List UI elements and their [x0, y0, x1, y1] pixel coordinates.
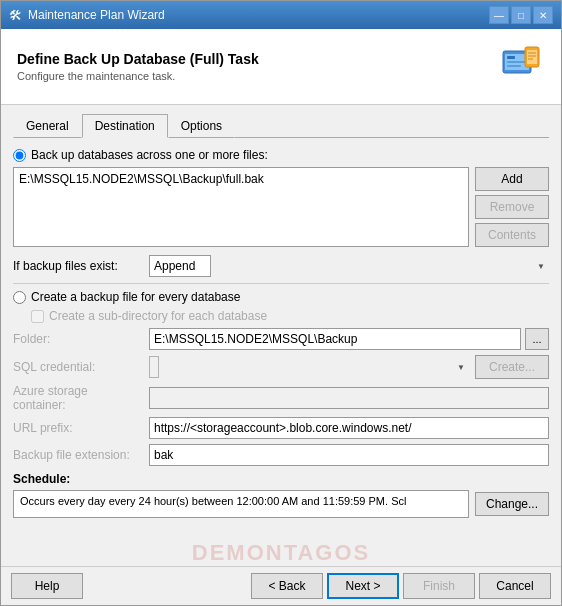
finish-button[interactable]: Finish — [403, 573, 475, 599]
schedule-box: Occurs every day every 24 hour(s) betwee… — [13, 490, 549, 518]
if-backup-select-wrapper: Append Overwrite — [149, 255, 549, 277]
file-list: E:\MSSQL15.NODE2\MSSQL\Backup\full.bak — [13, 167, 469, 247]
radio-files[interactable] — [13, 149, 26, 162]
folder-input-area: ... — [149, 328, 549, 350]
remove-button[interactable]: Remove — [475, 195, 549, 219]
cancel-button[interactable]: Cancel — [479, 573, 551, 599]
if-backup-label: If backup files exist: — [13, 259, 143, 273]
file-btn-group: Add Remove Contents — [475, 167, 549, 247]
azure-storage-label: Azure storage container: — [13, 384, 143, 412]
tab-bar: General Destination Options — [13, 113, 549, 138]
header-icon — [495, 41, 545, 92]
sql-credential-label: SQL credential: — [13, 360, 143, 374]
help-button[interactable]: Help — [11, 573, 83, 599]
footer-right: < Back Next > Finish Cancel — [251, 573, 551, 599]
file-list-area: E:\MSSQL15.NODE2\MSSQL\Backup\full.bak A… — [13, 167, 549, 247]
sql-credential-select[interactable] — [149, 356, 159, 378]
tab-destination[interactable]: Destination — [82, 114, 168, 138]
radio-every-db-label: Create a backup file for every database — [31, 290, 240, 304]
title-bar: 🛠 Maintenance Plan Wizard — □ ✕ — [1, 1, 561, 29]
sql-credential-select-wrapper — [149, 356, 469, 378]
header-text: Define Back Up Database (Full) Task Conf… — [17, 51, 259, 82]
schedule-text: Occurs every day every 24 hour(s) betwee… — [13, 490, 469, 518]
main-window: 🛠 Maintenance Plan Wizard — □ ✕ Define B… — [0, 0, 562, 606]
page-subtitle: Configure the maintenance task. — [17, 70, 259, 82]
azure-storage-row: Azure storage container: — [13, 384, 549, 412]
folder-browse-button[interactable]: ... — [525, 328, 549, 350]
close-button[interactable]: ✕ — [533, 6, 553, 24]
backup-ext-input[interactable] — [149, 444, 549, 466]
schedule-section: Schedule: Occurs every day every 24 hour… — [13, 472, 549, 518]
backup-ext-row: Backup file extension: — [13, 444, 549, 466]
folder-input[interactable] — [149, 328, 521, 350]
title-bar-left: 🛠 Maintenance Plan Wizard — [9, 8, 165, 23]
next-button[interactable]: Next > — [327, 573, 399, 599]
tab-general[interactable]: General — [13, 114, 82, 138]
radio-files-row: Back up databases across one or more fil… — [13, 148, 549, 162]
url-prefix-label: URL prefix: — [13, 421, 143, 435]
footer: Help < Back Next > Finish Cancel — [1, 566, 561, 605]
back-button[interactable]: < Back — [251, 573, 323, 599]
radio-every-db[interactable] — [13, 291, 26, 304]
subdirectory-checkbox[interactable] — [31, 310, 44, 323]
add-button[interactable]: Add — [475, 167, 549, 191]
title-text: Maintenance Plan Wizard — [28, 8, 165, 22]
minimize-button[interactable]: — — [489, 6, 509, 24]
separator-1 — [13, 283, 549, 284]
page-title: Define Back Up Database (Full) Task — [17, 51, 259, 67]
subdirectory-label: Create a sub-directory for each database — [49, 309, 267, 323]
svg-rect-6 — [527, 50, 537, 64]
header-section: Define Back Up Database (Full) Task Conf… — [1, 29, 561, 105]
svg-rect-2 — [507, 56, 515, 59]
folder-label: Folder: — [13, 332, 143, 346]
title-buttons: — □ ✕ — [489, 6, 553, 24]
svg-rect-4 — [507, 65, 521, 67]
radio-every-db-row: Create a backup file for every database — [13, 290, 549, 304]
folder-row: Folder: ... — [13, 328, 549, 350]
create-button[interactable]: Create... — [475, 355, 549, 379]
file-list-item: E:\MSSQL15.NODE2\MSSQL\Backup\full.bak — [17, 171, 465, 187]
url-prefix-input[interactable] — [149, 417, 549, 439]
backup-ext-label: Backup file extension: — [13, 448, 143, 462]
url-prefix-row: URL prefix: — [13, 417, 549, 439]
tab-options[interactable]: Options — [168, 114, 235, 138]
schedule-label: Schedule: — [13, 472, 549, 486]
title-icon: 🛠 — [9, 8, 22, 23]
maximize-button[interactable]: □ — [511, 6, 531, 24]
sql-credential-row: SQL credential: Create... — [13, 355, 549, 379]
if-backup-row: If backup files exist: Append Overwrite — [13, 255, 549, 277]
if-backup-select[interactable]: Append Overwrite — [149, 255, 211, 277]
content-area: General Destination Options Back up data… — [1, 105, 561, 566]
schedule-change-button[interactable]: Change... — [475, 492, 549, 516]
svg-rect-3 — [507, 61, 527, 63]
subdirectory-row: Create a sub-directory for each database — [31, 309, 549, 323]
contents-button[interactable]: Contents — [475, 223, 549, 247]
radio-files-label: Back up databases across one or more fil… — [31, 148, 268, 162]
azure-storage-input[interactable] — [149, 387, 549, 409]
